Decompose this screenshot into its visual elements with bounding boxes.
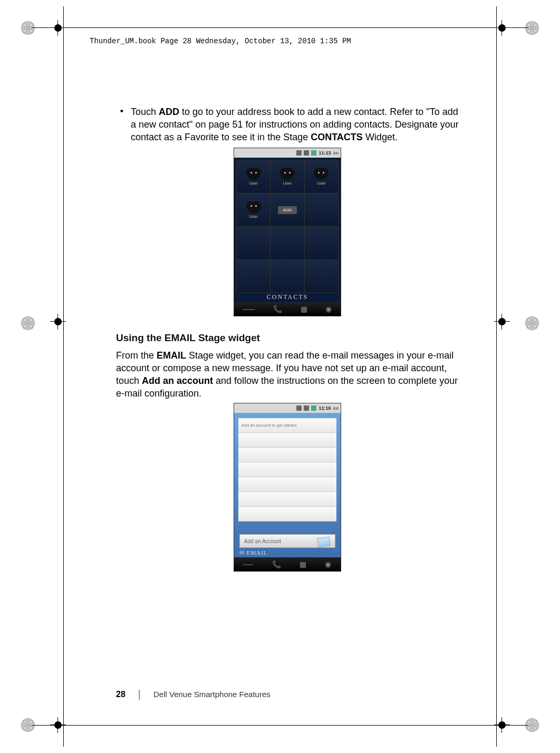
avatar-icon: [280, 168, 295, 180]
nav-bar: ••••• 📞 ▦ ◉: [234, 557, 341, 571]
footer-title: Dell Venue Smartphone Features: [153, 690, 271, 699]
text: Touch: [131, 107, 159, 117]
apps-icon: ▦: [301, 305, 307, 313]
email-prompt-row: Add an account to get started.: [238, 418, 336, 433]
add-contact-cell: ADD: [271, 194, 304, 226]
contact-cell: User: [237, 194, 270, 226]
contact-label: User: [317, 181, 326, 186]
section-heading: Using the EMAIL Stage widget: [116, 332, 459, 344]
clock-time: 11:13: [318, 150, 331, 156]
page-content: • Touch ADD to go to your address book t…: [116, 105, 459, 572]
battery-icon: [311, 150, 316, 156]
text: to go to your address book to add a new …: [131, 107, 459, 142]
top-crop-line: [32, 27, 528, 28]
registration-mark: [525, 21, 539, 35]
empty-cell: [237, 260, 270, 293]
page-footer: 28 | Dell Venue Smartphone Features: [116, 688, 271, 700]
signal-icon: [296, 150, 302, 156]
email-widget-screenshot: 11:16AM Add an account to get started. A…: [234, 403, 341, 572]
contact-label: User: [283, 181, 292, 186]
bullet-marker: •: [116, 105, 123, 143]
contacts-widget-screenshot: 11:13AM User User User User ADD CONTACTS…: [234, 148, 341, 316]
avatar-icon: [246, 168, 261, 180]
empty-cell: [271, 227, 304, 259]
widget-title: CONTACTS: [234, 293, 341, 301]
text: Widget.: [363, 132, 398, 142]
avatar-icon: [314, 168, 329, 180]
registration-mark: [525, 316, 539, 330]
bold-text: EMAIL: [157, 350, 186, 361]
nav-bar: •••••• 📞 ▦ ◉: [234, 302, 341, 316]
phone-icon: 📞: [273, 305, 282, 313]
add-button: ADD: [278, 206, 297, 214]
email-row: [238, 507, 336, 522]
email-row: [238, 433, 336, 448]
email-row: [238, 477, 336, 492]
footer-separator: |: [138, 688, 141, 700]
contact-cell: User: [271, 160, 304, 193]
page-dots-icon: •••••: [244, 562, 254, 567]
email-row: [238, 462, 336, 477]
bullet-item: • Touch ADD to go to your address book t…: [116, 105, 459, 143]
bold-text: ADD: [159, 107, 179, 117]
widget-title: EMAIL: [239, 549, 268, 556]
text: From the: [116, 350, 157, 361]
contacts-grid: User User User User ADD: [236, 160, 339, 293]
apps-icon: ▦: [300, 560, 306, 568]
contact-cell: User: [237, 160, 270, 193]
browser-icon: ◉: [325, 560, 331, 568]
browser-icon: ◉: [325, 305, 332, 313]
empty-cell: [305, 260, 338, 293]
paragraph: From the EMAIL Stage widget, you can rea…: [116, 349, 459, 400]
network-icon: [304, 406, 309, 411]
battery-icon: [311, 406, 316, 411]
status-bar: 11:13AM: [234, 148, 341, 158]
avatar-icon: [246, 201, 261, 213]
contact-label: User: [249, 181, 258, 186]
bullet-text: Touch ADD to go to your address book to …: [131, 105, 459, 143]
empty-cell: [271, 260, 304, 293]
bold-text: Add an account: [142, 375, 213, 386]
bold-text: CONTACTS: [311, 132, 363, 142]
signal-icon: [296, 406, 302, 411]
registration-mark: [21, 316, 35, 330]
network-icon: [304, 150, 309, 156]
source-file-header: Thunder_UM.book Page 28 Wednesday, Octob…: [90, 37, 351, 45]
clock-ampm: AM: [333, 151, 339, 155]
empty-cell: [237, 227, 270, 259]
email-list: Add an account to get started.: [238, 418, 336, 522]
status-bar: 11:16AM: [234, 403, 341, 413]
clock-ampm: AM: [333, 407, 339, 410]
registration-mark: [21, 21, 35, 35]
email-row: [238, 492, 336, 507]
clock-time: 11:16: [318, 406, 331, 411]
bottom-crop-line: [32, 725, 528, 726]
page-dots-icon: ••••••: [243, 307, 255, 312]
empty-cell: [305, 227, 338, 259]
empty-cell: [305, 194, 338, 226]
page-number: 28: [116, 690, 125, 699]
contact-cell: User: [305, 160, 338, 193]
envelope-icon: [317, 536, 331, 547]
email-row: [238, 448, 336, 462]
contact-label: User: [249, 214, 258, 219]
phone-icon: 📞: [272, 560, 281, 568]
